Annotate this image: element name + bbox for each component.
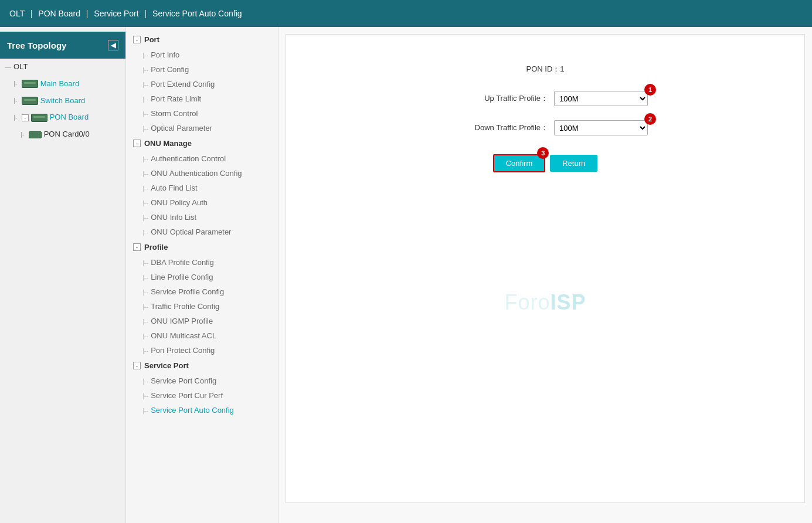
menu-item-service-port-auto-config[interactable]: |-- Service Port Auto Config (126, 403, 278, 417)
badge-3: 3 (537, 147, 549, 159)
breadcrumb: OLT | PON Board | Service Port | Service… (9, 9, 242, 18)
menu-section-profile[interactable]: - Profile (126, 239, 278, 255)
port-items: |-- Port Info |-- Port Config |-- Port E… (126, 47, 278, 135)
up-traffic-label: Up Traffic Profile： (443, 93, 548, 104)
tree-node-pon-card[interactable]: |- PON Card0/0 (0, 126, 125, 143)
tree-node-pon-board[interactable]: |- - PON Board (0, 109, 125, 126)
menu-section-service-port[interactable]: - Service Port (126, 358, 278, 373)
down-traffic-label: Down Traffic Profile： (443, 123, 548, 133)
pon-id-label: PON ID：1 (526, 64, 564, 74)
main-board-label: Main Board (40, 78, 79, 90)
tree-connector: |- (19, 130, 26, 140)
sidebar-title: Tree Topology ◀ (0, 32, 125, 59)
pon-id-row: PON ID：1 (526, 64, 564, 74)
tree-connector: |- (12, 96, 19, 106)
pon-board-icon (31, 114, 47, 122)
down-traffic-row: Down Traffic Profile： 100M 200M 500M 1G … (443, 120, 648, 135)
tree-node-switch-board[interactable]: |- Switch Board (0, 93, 125, 110)
profile-expand-box[interactable]: - (133, 243, 141, 251)
menu-section-onu-manage[interactable]: - ONU Manage (126, 135, 278, 151)
center-panel: - Port |-- Port Info |-- Port Config |--… (126, 27, 278, 523)
menu-item-service-profile[interactable]: |-- Service Profile Config (126, 284, 278, 299)
service-port-items: |-- Service Port Config |-- Service Port… (126, 373, 278, 417)
badge-1: 1 (644, 84, 656, 96)
menu-item-port-rate-limit[interactable]: |-- Port Rate Limit (126, 91, 278, 106)
sidebar: Tree Topology ◀ — OLT |- Main Board |- S… (0, 27, 126, 523)
profile-items: |-- DBA Profile Config |-- Line Profile … (126, 255, 278, 358)
menu-item-port-extend-config[interactable]: |-- Port Extend Config (126, 77, 278, 91)
menu-item-auto-find-list[interactable]: |-- Auto Find List (126, 181, 278, 195)
watermark: ForoISP (504, 290, 586, 315)
buttons-row: Confirm 3 Return (493, 154, 598, 172)
onu-manage-items: |-- Authentication Control |-- ONU Authe… (126, 151, 278, 239)
menu-item-pon-protect-config[interactable]: |-- Pon Protect Config (126, 343, 278, 358)
top-header: OLT | PON Board | Service Port | Service… (0, 0, 812, 27)
tree-node-olt[interactable]: — OLT (0, 59, 125, 76)
tree-connector: — (5, 62, 11, 73)
pon-board-expand[interactable]: - (22, 114, 29, 121)
badge-2: 2 (644, 113, 656, 125)
menu-section-port[interactable]: - Port (126, 32, 278, 47)
confirm-button[interactable]: Confirm (493, 154, 546, 172)
return-button[interactable]: Return (550, 155, 597, 172)
switch-board-label: Switch Board (40, 95, 86, 107)
tree-connector: |- (12, 79, 19, 89)
service-port-expand-box[interactable]: - (133, 362, 141, 369)
olt-label: OLT (13, 61, 28, 73)
main-board-icon (22, 80, 38, 88)
up-traffic-row: Up Traffic Profile： 100M 200M 500M 1G 1 (443, 91, 648, 106)
menu-item-onu-igmp-profile[interactable]: |-- ONU IGMP Profile (126, 314, 278, 328)
menu-item-storm-control[interactable]: |-- Storm Control (126, 106, 278, 121)
port-expand-box[interactable]: - (133, 36, 141, 43)
menu-item-port-info[interactable]: |-- Port Info (126, 47, 278, 62)
menu-item-port-config[interactable]: |-- Port Config (126, 62, 278, 77)
menu-item-onu-info-list[interactable]: |-- ONU Info List (126, 210, 278, 225)
menu-item-auth-control[interactable]: |-- Authentication Control (126, 151, 278, 166)
pon-board-label: PON Board (50, 111, 89, 124)
pon-card-label: PON Card0/0 (44, 128, 90, 141)
menu-item-service-port-config[interactable]: |-- Service Port Config (126, 373, 278, 388)
menu-item-onu-optical-param[interactable]: |-- ONU Optical Parameter (126, 225, 278, 239)
switch-board-icon (22, 97, 38, 105)
tree-connector: |- (12, 113, 19, 123)
form-section: PON ID：1 Up Traffic Profile： 100M 200M 5… (298, 52, 793, 186)
menu-item-onu-policy-auth[interactable]: |-- ONU Policy Auth (126, 195, 278, 210)
menu-item-service-port-cur-perf[interactable]: |-- Service Port Cur Perf (126, 388, 278, 403)
sidebar-toggle-icon[interactable]: ◀ (108, 40, 118, 50)
menu-item-traffic-profile[interactable]: |-- Traffic Profile Config (126, 299, 278, 314)
menu-item-onu-multicast-acl[interactable]: |-- ONU Multicast ACL (126, 328, 278, 343)
menu-item-optical-parameter[interactable]: |-- Optical Parameter (126, 121, 278, 135)
menu-item-onu-auth-config[interactable]: |-- ONU Authentication Config (126, 166, 278, 181)
right-panel: PON ID：1 Up Traffic Profile： 100M 200M 5… (278, 27, 812, 523)
content-box: PON ID：1 Up Traffic Profile： 100M 200M 5… (286, 34, 805, 503)
menu-item-line-profile[interactable]: |-- Line Profile Config (126, 270, 278, 284)
down-traffic-select[interactable]: 100M 200M 500M 1G (554, 120, 648, 135)
tree-node-main-board[interactable]: |- Main Board (0, 76, 125, 93)
onu-manage-expand-box[interactable]: - (133, 140, 141, 147)
pon-card-icon (29, 131, 42, 138)
menu-item-dba-profile[interactable]: |-- DBA Profile Config (126, 255, 278, 270)
up-traffic-select[interactable]: 100M 200M 500M 1G (554, 91, 648, 106)
